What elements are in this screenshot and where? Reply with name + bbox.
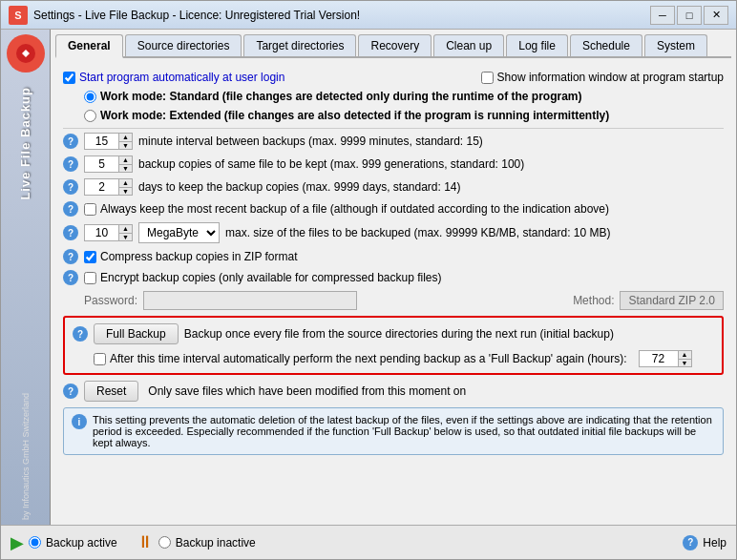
status-bar: ▶ Backup active ⏸ Backup inactive ? Help [1, 525, 736, 559]
sidebar-app-name: Live File Backup [18, 87, 32, 200]
app-icon: S [9, 6, 28, 25]
always-recent-label[interactable]: Always keep the most recent backup of a … [84, 202, 609, 216]
days-keep-spinbox[interactable]: 2 ▲ ▼ [84, 178, 133, 196]
tab-cleanup[interactable]: Clean up [433, 34, 504, 56]
backup-inactive-radio[interactable] [158, 536, 171, 549]
backup-copies-input[interactable]: 5 [85, 156, 118, 172]
work-mode-extended-row: Work mode: Extended (file changes are al… [63, 109, 724, 122]
days-keep-up[interactable]: ▲ [119, 179, 132, 188]
tab-system[interactable]: System [644, 34, 707, 56]
auto-start-checkbox[interactable] [63, 72, 75, 84]
days-keep-arrows: ▲ ▼ [118, 179, 132, 195]
max-size-up[interactable]: ▲ [119, 225, 132, 234]
show-info-checkbox[interactable] [481, 72, 494, 84]
backup-copies-help-icon[interactable]: ? [63, 156, 78, 172]
backup-inactive-icon: ⏸ [137, 532, 154, 552]
tab-general[interactable]: General [55, 34, 123, 58]
minute-interval-spinbox[interactable]: 15 ▲ ▼ [84, 133, 133, 150]
max-size-desc: max. size of the files to be backuped (m… [225, 226, 611, 239]
password-input[interactable] [143, 291, 357, 310]
reset-help-icon[interactable]: ? [63, 384, 78, 399]
password-row: Password: Method: Standard ZIP 2.0 [63, 291, 724, 310]
full-backup-section: ? Full Backup Backup once every file fro… [63, 316, 724, 375]
max-size-spinbox[interactable]: 10 ▲ ▼ [84, 224, 133, 241]
help-status[interactable]: ? Help [683, 535, 726, 550]
backup-active-label: Backup active [46, 536, 117, 550]
title-bar: S Settings - Live File Backup - Licence:… [1, 1, 736, 30]
tab-schedule[interactable]: Schedule [570, 34, 642, 56]
password-label: Password: [84, 294, 137, 307]
encrypt-label[interactable]: Encrypt backup copies (only available fo… [84, 271, 442, 284]
tab-log-file[interactable]: Log file [506, 34, 568, 56]
help-status-icon[interactable]: ? [683, 535, 698, 550]
minute-interval-down[interactable]: ▼ [119, 142, 132, 150]
days-keep-down[interactable]: ▼ [119, 188, 132, 196]
general-panel: Start program automatically at user logi… [55, 66, 731, 520]
always-recent-help-icon[interactable]: ? [63, 201, 78, 217]
minute-interval-help-icon[interactable]: ? [63, 134, 78, 149]
auto-start-row: Start program automatically at user logi… [63, 71, 724, 84]
full-backup-row: ? Full Backup Backup once every file fro… [73, 323, 714, 344]
method-label: Method: [573, 294, 614, 307]
compress-label[interactable]: Compress backup copies in ZIP format [84, 250, 298, 263]
backup-copies-desc: backup copies of same file to be kept (m… [138, 157, 524, 171]
auto-full-backup-checkbox[interactable] [94, 353, 106, 365]
help-label: Help [703, 536, 726, 550]
compress-row: ? Compress backup copies in ZIP format [63, 249, 724, 264]
backup-copies-down[interactable]: ▼ [119, 165, 132, 173]
backup-inactive-item[interactable]: ⏸ Backup inactive [137, 532, 256, 552]
backup-active-item[interactable]: ▶ Backup active [11, 532, 117, 553]
max-size-unit-select[interactable]: MegaByte KiloByte [138, 222, 220, 243]
content-area: Live File Backup by Infonautics GmbH Swi… [1, 30, 736, 525]
auto-start-label[interactable]: Start program automatically at user logi… [63, 71, 284, 84]
work-mode-extended-radio[interactable] [84, 110, 96, 122]
work-mode-extended-label[interactable]: Work mode: Extended (file changes are al… [84, 109, 609, 122]
max-size-help-icon[interactable]: ? [63, 225, 78, 240]
auto-full-backup-row: After this time interval automatically p… [73, 350, 714, 367]
show-info-label[interactable]: Show information window at program start… [481, 71, 724, 84]
full-backup-button[interactable]: Full Backup [94, 323, 179, 344]
backup-active-radio[interactable] [29, 536, 41, 549]
auto-full-backup-arrows: ▲ ▼ [678, 351, 691, 366]
tab-target-directories[interactable]: Target directories [243, 34, 356, 56]
max-size-down[interactable]: ▼ [119, 234, 132, 241]
auto-full-backup-down[interactable]: ▼ [679, 360, 691, 367]
close-button[interactable]: ✕ [704, 6, 728, 25]
backup-copies-up[interactable]: ▲ [119, 156, 132, 165]
auto-full-backup-input[interactable]: 72 [640, 351, 678, 366]
sidebar-logo [7, 34, 45, 73]
reset-desc: Only save files which have been modified… [148, 384, 466, 398]
auto-full-backup-label[interactable]: After this time interval automatically p… [94, 352, 627, 365]
max-size-input[interactable]: 10 [85, 225, 118, 240]
method-value: Standard ZIP 2.0 [620, 291, 724, 310]
reset-button[interactable]: Reset [84, 381, 138, 402]
work-mode-standard-label[interactable]: Work mode: Standard (file changes are de… [84, 90, 582, 103]
tab-bar: General Source directories Target direct… [55, 34, 731, 58]
days-keep-input[interactable]: 2 [85, 179, 118, 195]
auto-full-backup-spinbox[interactable]: 72 ▲ ▼ [639, 350, 692, 367]
compress-checkbox[interactable] [84, 251, 96, 263]
encrypt-help-icon[interactable]: ? [63, 270, 78, 285]
encrypt-row: ? Encrypt backup copies (only available … [63, 270, 724, 285]
tab-source-directories[interactable]: Source directories [125, 34, 242, 56]
days-keep-help-icon[interactable]: ? [63, 179, 78, 195]
info-box-text: This setting prevents the automatic dele… [93, 414, 715, 448]
minute-interval-input[interactable]: 15 [85, 134, 118, 149]
auto-full-backup-up[interactable]: ▲ [679, 351, 691, 360]
work-mode-standard-row: Work mode: Standard (file changes are de… [63, 90, 724, 103]
minute-interval-row: ? 15 ▲ ▼ minute interval between backups… [63, 133, 724, 150]
minute-interval-up[interactable]: ▲ [119, 134, 132, 142]
minimize-button[interactable]: ─ [650, 6, 675, 25]
info-box: i This setting prevents the automatic de… [63, 407, 724, 455]
full-backup-help-icon[interactable]: ? [73, 326, 88, 342]
max-size-row: ? 10 ▲ ▼ MegaByte KiloByte max. size of … [63, 222, 724, 243]
backup-copies-spinbox[interactable]: 5 ▲ ▼ [84, 156, 133, 173]
work-mode-standard-radio[interactable] [84, 91, 96, 103]
tab-recovery[interactable]: Recovery [358, 34, 432, 56]
compress-help-icon[interactable]: ? [63, 249, 78, 264]
maximize-button[interactable]: □ [677, 6, 702, 25]
always-recent-checkbox[interactable] [84, 203, 96, 216]
backup-copies-arrows: ▲ ▼ [118, 156, 132, 172]
encrypt-checkbox[interactable] [84, 272, 96, 284]
window-controls: ─ □ ✕ [650, 6, 728, 25]
